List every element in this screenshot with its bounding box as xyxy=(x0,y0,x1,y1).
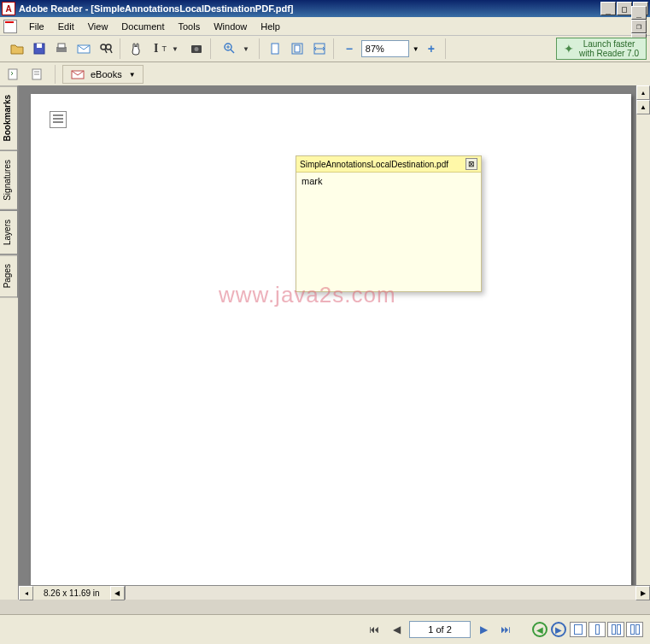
tab-bookmarks[interactable]: Bookmarks xyxy=(0,85,18,150)
svg-point-6 xyxy=(106,44,111,50)
promo-launch-faster[interactable]: ✦ Launch faster with Reader 7.0 xyxy=(556,38,647,60)
menu-document[interactable]: Document xyxy=(114,20,171,33)
annotation-popup[interactable]: SimpleAnnotationsLocalDestination.pdf ⊠ … xyxy=(296,155,482,292)
hscroll-track[interactable] xyxy=(125,586,635,600)
ebooks-button[interactable]: eBooks ▼ xyxy=(62,65,143,84)
document-viewport[interactable]: SimpleAnnotationsLocalDestination.pdf ⊠ … xyxy=(19,85,650,600)
ebooks-icon xyxy=(70,67,85,82)
leaf-icon: ✦ xyxy=(564,42,574,56)
app-icon: A xyxy=(2,2,15,15)
menu-help[interactable]: Help xyxy=(254,20,287,33)
svg-rect-3 xyxy=(58,44,65,48)
chevron-down-icon: ▼ xyxy=(172,45,179,53)
snapshot-button[interactable] xyxy=(186,38,207,59)
svg-rect-1 xyxy=(37,44,42,48)
fit-page-button[interactable] xyxy=(287,38,307,59)
tab-pages[interactable]: Pages xyxy=(0,255,18,297)
page-dimensions: 8.26 x 11.69 in xyxy=(33,588,110,598)
main-area: Bookmarks Signatures Layers Pages Simple… xyxy=(0,85,650,600)
promo-text: Launch faster with Reader 7.0 xyxy=(579,39,639,58)
tab-signatures[interactable]: Signatures xyxy=(0,150,18,210)
hscroll-left2-button[interactable]: ◀ xyxy=(110,586,125,600)
mdi-minimize-button[interactable]: _ xyxy=(631,6,647,20)
email-button[interactable] xyxy=(73,38,94,59)
zoom-in-plus-button[interactable]: + xyxy=(421,38,442,59)
svg-rect-10 xyxy=(272,44,278,54)
last-page-button[interactable]: ⏭ xyxy=(496,620,515,639)
actual-size-button[interactable] xyxy=(265,38,285,59)
search-button[interactable] xyxy=(96,38,116,59)
menubar: File Edit View Document Tools Window Hel… xyxy=(0,17,650,36)
hscroll-left-button[interactable]: ◂ xyxy=(19,586,33,600)
next-page-button[interactable]: ▶ xyxy=(474,620,493,639)
single-page-button[interactable] xyxy=(570,622,587,637)
window-title: Adobe Reader - [SimpleAnnotationsLocalDe… xyxy=(19,3,600,14)
svg-point-8 xyxy=(194,47,198,51)
save-button[interactable] xyxy=(29,38,50,59)
tool-group-file xyxy=(3,38,120,59)
review-button[interactable] xyxy=(27,64,48,85)
tool-group-select: IT▼ xyxy=(122,38,211,59)
annotation-body[interactable]: mark xyxy=(296,173,481,190)
svg-rect-14 xyxy=(9,69,17,79)
side-tabs: Bookmarks Signatures Layers Pages xyxy=(0,85,19,600)
continuous-button[interactable] xyxy=(589,622,606,637)
scroll-up2-button[interactable]: ▲ xyxy=(636,100,650,114)
annotation-titlebar[interactable]: SimpleAnnotationsLocalDestination.pdf ⊠ xyxy=(296,156,481,173)
zoom-in-button[interactable]: ▼ xyxy=(216,38,255,59)
menu-edit[interactable]: Edit xyxy=(51,20,81,33)
svg-point-5 xyxy=(101,44,106,50)
svg-rect-12 xyxy=(295,45,300,52)
separator xyxy=(55,65,56,84)
fit-width-button[interactable] xyxy=(309,38,330,59)
maximize-button[interactable]: □ xyxy=(617,2,632,15)
menu-tools[interactable]: Tools xyxy=(172,20,208,33)
zoom-input[interactable] xyxy=(361,40,409,57)
howto-button[interactable] xyxy=(3,64,24,85)
document-icon xyxy=(3,20,17,33)
status-bar: ◂ 8.26 x 11.69 in ◀ ▶ xyxy=(19,585,650,600)
open-button[interactable] xyxy=(7,38,27,59)
tab-layers[interactable]: Layers xyxy=(0,210,18,255)
vertical-scrollbar[interactable]: ▴ ▲ ▼ xyxy=(635,85,650,600)
menu-file[interactable]: File xyxy=(22,20,51,33)
mdi-restore-button[interactable]: ❐ xyxy=(631,20,647,33)
zoom-out-button[interactable]: − xyxy=(339,38,360,59)
continuous-facing-button[interactable] xyxy=(626,622,643,637)
next-view-button[interactable]: ▶ xyxy=(551,622,566,637)
toolbar-main: IT▼ ▼ − ▼ + ✦ Launch faster with Reader … xyxy=(0,36,650,62)
navigation-bar: ⏮ ◀ ▶ ⏭ ◀ ▶ xyxy=(0,614,650,644)
prev-view-button[interactable]: ◀ xyxy=(532,622,548,637)
hscroll-right-button[interactable]: ▶ xyxy=(635,586,650,600)
text-select-button[interactable]: IT▼ xyxy=(148,38,184,59)
facing-button[interactable] xyxy=(607,622,624,637)
toolbar-secondary: eBooks ▼ xyxy=(0,62,650,87)
scroll-up-button[interactable]: ▴ xyxy=(636,85,650,100)
menu-window[interactable]: Window xyxy=(207,20,254,33)
minimize-button[interactable]: _ xyxy=(600,2,616,15)
annotation-title-text: SimpleAnnotationsLocalDestination.pdf xyxy=(300,160,448,169)
page-number-input[interactable] xyxy=(409,621,471,638)
tool-group-zoom-level: − ▼ + xyxy=(336,38,446,59)
annotation-close-button[interactable]: ⊠ xyxy=(466,158,477,170)
prev-page-button[interactable]: ◀ xyxy=(387,620,406,639)
tool-group-zoom: ▼ xyxy=(213,38,260,59)
chevron-down-icon: ▼ xyxy=(129,71,136,79)
menu-view[interactable]: View xyxy=(81,20,115,33)
ebooks-label: eBooks xyxy=(91,69,122,79)
first-page-button[interactable]: ⏮ xyxy=(365,620,384,639)
tool-group-fit xyxy=(261,38,334,59)
print-button[interactable] xyxy=(51,38,72,59)
zoom-dropdown[interactable]: ▼ xyxy=(413,45,419,53)
hand-tool-button[interactable] xyxy=(126,38,146,59)
note-annotation-icon[interactable] xyxy=(50,111,67,128)
pdf-page: SimpleAnnotationsLocalDestination.pdf ⊠ … xyxy=(31,94,631,591)
page-layout-buttons xyxy=(570,622,643,637)
chevron-down-icon: ▼ xyxy=(243,45,249,53)
titlebar: A Adobe Reader - [SimpleAnnotationsLocal… xyxy=(0,0,650,17)
